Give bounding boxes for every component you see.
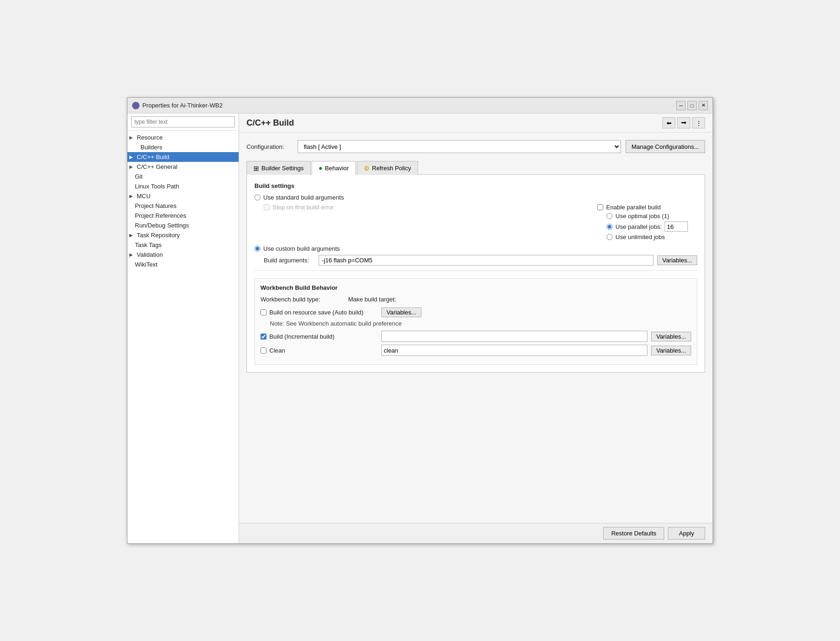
forward-button[interactable]: ⮕ [677, 117, 690, 128]
tab-behavior[interactable]: ● Behavior [312, 161, 356, 175]
menu-button[interactable]: ⋮ [692, 117, 705, 128]
sidebar-item-project-references[interactable]: Project References [127, 211, 239, 220]
sidebar-item-run-debug[interactable]: Run/Debug Settings [127, 220, 239, 230]
close-button[interactable]: ✕ [699, 101, 708, 110]
restore-defaults-button[interactable]: Restore Defaults [603, 527, 664, 540]
behavior-icon: ● [319, 164, 322, 172]
use-custom-args-radio[interactable] [254, 246, 260, 252]
workbench-section-title: Workbench Build Behavior [260, 284, 691, 291]
main-panel: C/C++ Build ⬅ ⮕ ⋮ Configuration: [239, 114, 713, 543]
clean-checkbox[interactable] [260, 347, 267, 354]
use-standard-args-label[interactable]: Use standard build arguments [263, 194, 344, 201]
sidebar-item-cpp-general[interactable]: ▶ C/C++ General [127, 162, 239, 172]
sidebar-item-label-task-repository: Task Repository [137, 232, 180, 239]
parallel-jobs-spinbox[interactable] [665, 221, 688, 232]
sidebar-item-label-mcu: MCU [137, 193, 151, 200]
content-area: Configuration: flash [ Active ] Manage C… [239, 133, 713, 523]
build-on-save-checkbox[interactable] [260, 309, 267, 315]
sidebar-item-label-wikitext: WikiText [135, 261, 157, 268]
sidebar-item-resource[interactable]: ▶ Resource [127, 133, 239, 142]
unlimited-jobs-radio[interactable] [607, 234, 613, 240]
config-label: Configuration: [247, 143, 293, 150]
tab-refresh-policy[interactable]: ⚙ Refresh Policy [357, 161, 418, 175]
incremental-build-label[interactable]: Build (Incremental build) [269, 333, 334, 340]
expand-arrow-task-repo: ▶ [129, 233, 135, 238]
use-standard-args-row: Use standard build arguments [254, 194, 697, 201]
optimal-jobs-label[interactable]: Use optimal jobs (1) [615, 213, 669, 220]
clean-label[interactable]: Clean [269, 347, 285, 354]
sidebar-item-git[interactable]: Git [127, 172, 239, 181]
sidebar-item-label-project-references: Project References [135, 212, 187, 219]
expand-arrow-cpp-general: ▶ [129, 164, 135, 169]
build-args-label: Build arguments: [264, 257, 315, 264]
sidebar-item-label-run-debug: Run/Debug Settings [135, 222, 189, 229]
config-row: Configuration: flash [ Active ] Manage C… [247, 140, 705, 153]
back-button[interactable]: ⬅ [662, 117, 675, 128]
incremental-build-left: Build (Incremental build) [260, 333, 381, 340]
build-on-save-row: Build on resource save (Auto build) Vari… [260, 307, 691, 317]
stop-on-error-checkbox [264, 204, 270, 210]
back-icon: ⬅ [667, 120, 672, 127]
sidebar-item-linux-tools[interactable]: Linux Tools Path [127, 181, 239, 191]
sidebar-item-builders[interactable]: Builders [127, 142, 239, 152]
sidebar-item-label-resource: Resource [137, 134, 163, 141]
window-title: Properties for Ai-Thinker-WB2 [142, 102, 223, 109]
minimize-button[interactable]: ─ [676, 101, 686, 110]
enable-parallel-label[interactable]: Enable parallel build [606, 204, 660, 211]
sidebar-item-validation[interactable]: ▶ Validation [127, 250, 239, 260]
clean-left: Clean [260, 347, 381, 354]
unlimited-jobs-label[interactable]: Use unlimited jobs [615, 234, 665, 240]
workbench-build-type-label: Workbench build type: [260, 296, 320, 303]
sidebar-item-label-linux-tools: Linux Tools Path [135, 183, 179, 190]
sidebar-item-task-tags[interactable]: Task Tags [127, 240, 239, 250]
sidebar-item-wikitext[interactable]: WikiText [127, 260, 239, 269]
build-on-save-right: Variables... [381, 307, 691, 317]
tab-builder-settings[interactable]: ⊞ Builder Settings [247, 161, 311, 175]
clean-input[interactable] [381, 345, 647, 356]
use-standard-args-radio[interactable] [254, 194, 260, 200]
stop-on-error-label: Stop on first build error [273, 204, 334, 211]
clean-right: Variables... [381, 345, 691, 356]
window-content: ▶ Resource Builders ▶ C/C++ Build ▶ C/C+… [127, 114, 713, 543]
maximize-button[interactable]: □ [687, 101, 697, 110]
section-divider [254, 270, 697, 271]
titlebar-left: Properties for Ai-Thinker-WB2 [132, 102, 223, 109]
titlebar: Properties for Ai-Thinker-WB2 ─ □ ✕ [127, 98, 713, 114]
builder-settings-icon: ⊞ [253, 165, 259, 172]
sidebar-item-task-repository[interactable]: ▶ Task Repository [127, 230, 239, 240]
build-on-save-label[interactable]: Build on resource save (Auto build) [269, 309, 363, 316]
forward-icon: ⮕ [681, 120, 687, 127]
parallel-jobs-row: Use parallel jobs: [597, 221, 688, 232]
search-input[interactable] [131, 116, 235, 127]
use-custom-args-row: Use custom build arguments [254, 245, 697, 252]
incremental-build-input[interactable] [381, 331, 647, 342]
parallel-jobs-radio[interactable] [607, 224, 613, 230]
sidebar-item-label-cpp-general: C/C++ General [137, 163, 177, 170]
use-custom-args-label[interactable]: Use custom build arguments [263, 245, 340, 252]
optimal-jobs-radio[interactable] [607, 213, 613, 219]
titlebar-buttons: ─ □ ✕ [676, 101, 708, 110]
build-on-save-variables-button[interactable]: Variables... [381, 307, 421, 317]
bottom-bar: Restore Defaults Apply [239, 523, 713, 543]
sidebar-item-project-natures[interactable]: Project Natures [127, 201, 239, 211]
sidebar-item-cpp-build[interactable]: ▶ C/C++ Build [127, 152, 239, 162]
panel-toolbar: ⬅ ⮕ ⋮ [662, 117, 705, 128]
parallel-options: Enable parallel build Use optimal jobs (… [597, 204, 688, 242]
build-args-variables-button[interactable]: Variables... [657, 255, 697, 265]
sidebar-item-label-cpp-build: C/C++ Build [137, 154, 169, 160]
tabs-container: ⊞ Builder Settings ● Behavior ⚙ Refresh … [247, 160, 705, 175]
expand-arrow-cpp-build: ▶ [129, 154, 135, 160]
build-args-input[interactable] [319, 255, 653, 266]
sidebar-item-mcu[interactable]: ▶ MCU [127, 191, 239, 201]
incremental-build-right: Variables... [381, 331, 691, 342]
incremental-build-checkbox[interactable] [260, 334, 267, 340]
enable-parallel-checkbox[interactable] [597, 204, 603, 210]
clean-variables-button[interactable]: Variables... [651, 346, 691, 355]
refresh-policy-icon: ⚙ [364, 165, 370, 172]
manage-configurations-button[interactable]: Manage Configurations... [626, 140, 705, 153]
parallel-jobs-label[interactable]: Use parallel jobs: [615, 223, 662, 230]
configuration-select[interactable]: flash [ Active ] [298, 140, 621, 153]
apply-button[interactable]: Apply [668, 527, 705, 540]
incremental-build-variables-button[interactable]: Variables... [651, 332, 691, 341]
workbench-make-target-label: Make build target: [348, 296, 396, 303]
